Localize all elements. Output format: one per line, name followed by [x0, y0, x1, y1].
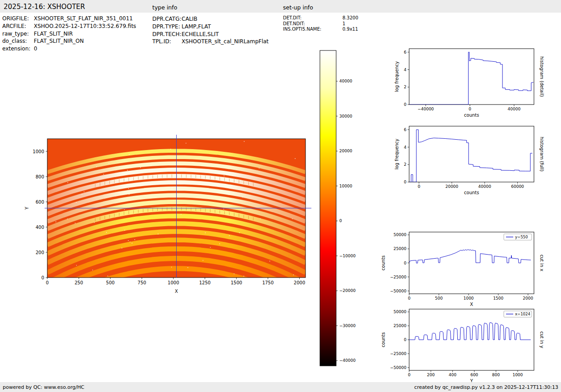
- footer-powered-by: powered by QC: www.eso.org/HC: [3, 384, 84, 390]
- hot-pixel: [234, 273, 235, 274]
- y-tick-label: 200: [36, 250, 44, 255]
- hot-pixel: [68, 182, 68, 183]
- y-axis-label: Y: [24, 206, 29, 210]
- y-tick-label: 2: [404, 85, 406, 89]
- x-tick-label: 200: [427, 373, 435, 377]
- hot-pixel: [55, 222, 56, 223]
- colorbar-gradient: [320, 50, 336, 366]
- hot-pixel: [92, 269, 93, 270]
- hot-pixel: [223, 209, 224, 210]
- y-tick-label: 0: [404, 102, 406, 107]
- x-tick-label: 60000: [511, 184, 524, 189]
- y-tick-label: 50000: [393, 310, 406, 314]
- right-axis-label: histogram (detail): [539, 56, 544, 97]
- y-tick-label: 600: [36, 200, 44, 205]
- x-tick-label: 1250: [199, 280, 210, 285]
- hot-pixel: [76, 265, 77, 266]
- right-axis-label: cut in x: [539, 255, 544, 271]
- colorbar-tick-label: −20000: [339, 288, 356, 293]
- y-tick-label: 0: [404, 337, 406, 342]
- y-tick-label: 4: [404, 145, 406, 150]
- hot-pixel: [171, 267, 172, 268]
- hot-pixel: [75, 223, 76, 224]
- hot-pixel: [106, 232, 107, 233]
- colorbar-tick-label: −40000: [339, 358, 356, 363]
- y-axis-label: counts: [381, 255, 386, 270]
- footer-bar: powered by QC: www.eso.org/HC created by…: [0, 382, 561, 392]
- x-tick-label: 40000: [478, 184, 491, 189]
- y-tick-label: 6: [404, 50, 406, 55]
- x-tick-label: 1500: [493, 296, 503, 301]
- colorbar-tick-label: 20000: [339, 149, 352, 153]
- hot-pixel: [124, 230, 125, 231]
- hot-pixel: [181, 214, 182, 215]
- y-tick-label: 0: [404, 180, 406, 184]
- x-tick-label: 2000: [523, 296, 533, 301]
- x-tick-label: 750: [137, 280, 146, 285]
- hot-pixel: [96, 166, 97, 167]
- x-tick-label: 500: [106, 280, 114, 285]
- x-axis-label: counts: [464, 190, 479, 195]
- hot-pixel: [158, 234, 159, 235]
- hot-pixel: [219, 243, 220, 244]
- x-tick-label: 1750: [262, 280, 274, 285]
- hot-pixel: [103, 174, 104, 175]
- x-tick-label: 1500: [231, 280, 242, 285]
- legend-label: x=1024: [515, 312, 530, 316]
- y-axis-label: log frequency: [394, 61, 399, 92]
- x-tick-label: 600: [470, 373, 478, 377]
- hot-pixel: [242, 197, 243, 198]
- x-tick-label: 1000: [512, 373, 523, 377]
- hot-pixel: [94, 222, 95, 223]
- y-tick-label: 800: [36, 174, 44, 179]
- right-axis-label: cut in y: [539, 331, 544, 348]
- hot-pixel: [128, 188, 129, 189]
- x-axis-label: counts: [464, 113, 479, 118]
- footer-created-by: created by qc_rawdisp.py v1.2.3 on 2025-…: [414, 384, 558, 390]
- colorbar-tick-label: 0: [339, 219, 342, 223]
- colorbar-tick-label: 30000: [339, 114, 352, 119]
- y-tick-label: 2: [404, 162, 406, 167]
- hot-pixel: [127, 170, 128, 171]
- hot-pixel: [223, 176, 224, 177]
- x-axis-label: X: [175, 289, 178, 294]
- right-axis-label: histogram (full): [539, 137, 544, 171]
- colorbar: 400003000020000100000−10000−20000−30000−…: [320, 50, 356, 366]
- x-tick-label: 0: [469, 107, 471, 111]
- y-tick-label: 0: [41, 275, 44, 280]
- y-tick-label: 4: [404, 68, 406, 72]
- x-tick-label: −40000: [418, 107, 434, 111]
- y-tick-label: −25000: [390, 275, 406, 279]
- x-tick-label: 1000: [463, 296, 474, 301]
- x-tick-label: 40000: [508, 107, 521, 111]
- colorbar-tick-label: −30000: [339, 324, 356, 328]
- hot-pixel: [242, 209, 243, 210]
- hot-pixel: [210, 247, 211, 248]
- colorbar-tick-label: 40000: [339, 79, 352, 83]
- x-tick-label: 0: [418, 184, 420, 189]
- cut-in-x-plot: 0500100015002000−50000−2500002500050000X…: [381, 232, 544, 307]
- hot-pixel: [107, 276, 108, 277]
- hot-pixel: [269, 261, 270, 262]
- hot-pixel: [67, 219, 68, 219]
- hot-pixel: [82, 194, 82, 195]
- y-tick-label: 1000: [33, 149, 44, 154]
- hot-pixel: [170, 149, 171, 150]
- y-tick-label: 25000: [393, 246, 406, 251]
- x-tick-label: 250: [74, 280, 83, 285]
- hot-pixel: [172, 187, 173, 188]
- hot-pixel: [130, 242, 131, 242]
- x-tick-label: 20000: [445, 184, 458, 189]
- hot-pixel: [129, 194, 130, 195]
- colorbar-tick-label: −10000: [339, 254, 356, 258]
- hot-pixel: [132, 243, 132, 244]
- histogram-full-plot: 02000040000600000246countslog frequencyh…: [394, 126, 544, 195]
- hot-pixel: [124, 209, 125, 210]
- y-tick-label: 6: [404, 128, 406, 132]
- hot-pixel: [293, 274, 294, 275]
- colorbar-tick-label: 10000: [339, 184, 352, 188]
- hot-pixel: [205, 232, 206, 233]
- hot-pixel: [243, 276, 244, 277]
- hot-pixel: [128, 240, 129, 241]
- hot-pixel: [84, 191, 85, 192]
